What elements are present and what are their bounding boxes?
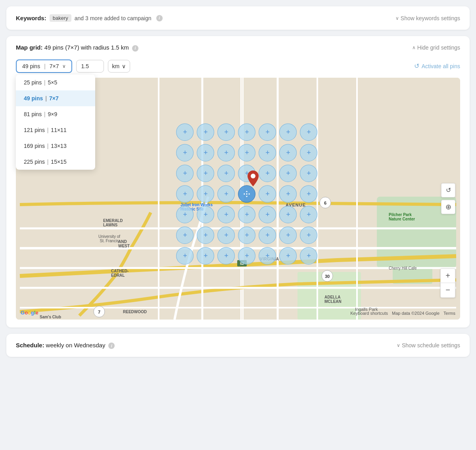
- pin-1-3[interactable]: +: [217, 123, 235, 141]
- map-grid-header: Map grid: 49 pins (7×7) with radius 1.5 …: [16, 44, 460, 52]
- unit-value: km: [112, 63, 120, 69]
- pin-7-2[interactable]: +: [197, 247, 214, 264]
- pin-2-5[interactable]: +: [259, 144, 276, 161]
- pin-6-2[interactable]: +: [197, 226, 214, 244]
- map-grid-card: Map grid: 49 pins (7×7) with radius 1.5 …: [6, 36, 470, 327]
- keyboard-shortcuts-link[interactable]: Keyboard shortcuts: [350, 311, 388, 316]
- pin-2-2[interactable]: +: [197, 144, 214, 161]
- dropdown-item-169[interactable]: 169 pins | 13×13: [16, 138, 95, 154]
- map-grid-title: Map grid: 49 pins (7×7) with radius 1.5 …: [16, 44, 138, 52]
- pins-dropdown-chevron-icon: ∨: [62, 63, 66, 69]
- activate-all-pins-button[interactable]: ↺ Activate all pins: [414, 62, 460, 70]
- pin-5-2[interactable]: +: [197, 206, 214, 223]
- pin-5-7[interactable]: +: [300, 206, 317, 223]
- pins-select-button[interactable]: 49 pins | 7×7 ∨: [16, 59, 72, 73]
- pin-5-3[interactable]: +: [217, 206, 235, 223]
- pin-1-5[interactable]: +: [259, 123, 276, 141]
- pin-3-5[interactable]: +: [259, 165, 276, 182]
- dropdown-item-25[interactable]: 25 pins | 5×5: [16, 75, 95, 90]
- center-marker: [248, 170, 259, 188]
- pin-3-1[interactable]: +: [176, 165, 194, 182]
- dropdown-item-49-label: 49 pins: [24, 95, 43, 101]
- hide-grid-settings-label: Hide grid settings: [417, 44, 460, 51]
- schedule-label: Schedule:: [16, 342, 44, 349]
- show-keywords-settings-button[interactable]: ∨ Show keywords settings: [395, 15, 460, 21]
- pin-4-6[interactable]: +: [279, 185, 297, 203]
- keywords-card: Keywords: bakery and 3 more added to cam…: [6, 6, 470, 30]
- zoom-in-button[interactable]: +: [441, 269, 455, 283]
- separator-pipe: |: [44, 63, 46, 69]
- map-data-text: Map data ©2024 Google: [392, 311, 440, 316]
- dropdown-item-49[interactable]: 49 pins | 7×7: [16, 90, 95, 106]
- pin-3-3[interactable]: +: [217, 165, 235, 182]
- pin-7-6[interactable]: +: [279, 247, 297, 264]
- reset-view-button[interactable]: ↺: [441, 183, 455, 197]
- dropdown-item-25-label: 25 pins: [24, 79, 42, 86]
- keyword-badge: bakery: [50, 14, 71, 22]
- pin-7-4[interactable]: +: [238, 247, 255, 264]
- show-schedule-settings-button[interactable]: ∨ Show schedule settings: [397, 342, 460, 349]
- location-marker-icon: [248, 170, 259, 186]
- pin-2-3[interactable]: +: [217, 144, 235, 161]
- pin-3-6[interactable]: +: [279, 165, 297, 182]
- chevron-down-icon: ∨: [395, 15, 399, 21]
- pin-5-1[interactable]: +: [176, 206, 194, 223]
- pin-1-4[interactable]: +: [238, 123, 255, 141]
- pin-4-3[interactable]: +: [217, 185, 235, 203]
- pin-1-7[interactable]: +: [300, 123, 317, 141]
- keywords-more-text: and 3 more added to campaign: [75, 15, 152, 21]
- schedule-chevron-down-icon: ∨: [397, 343, 400, 348]
- separator: |: [47, 127, 50, 133]
- separator: |: [47, 159, 50, 165]
- dropdown-item-25-grid: 5×5: [48, 79, 58, 86]
- pin-4-4-center[interactable]: [238, 185, 255, 203]
- pin-6-1[interactable]: +: [176, 226, 194, 244]
- pin-1-6[interactable]: +: [279, 123, 297, 141]
- svg-text:7: 7: [98, 310, 100, 314]
- pin-7-5[interactable]: +: [259, 247, 276, 264]
- pin-4-7[interactable]: +: [300, 185, 317, 203]
- show-keywords-settings-label: Show keywords settings: [401, 15, 460, 21]
- pin-6-5[interactable]: +: [259, 226, 276, 244]
- terms-link[interactable]: Terms: [443, 311, 455, 316]
- pin-3-7[interactable]: +: [300, 165, 317, 182]
- pin-6-3[interactable]: +: [217, 226, 235, 244]
- map-settings-button[interactable]: ⊕: [441, 200, 455, 214]
- pin-7-7[interactable]: +: [300, 247, 317, 264]
- dropdown-item-49-grid: 7×7: [49, 95, 59, 101]
- schedule-info-icon: i: [108, 343, 115, 349]
- pin-4-5[interactable]: +: [259, 185, 276, 203]
- svg-text:6: 6: [324, 201, 326, 205]
- dropdown-item-121[interactable]: 121 pins | 11×11: [16, 122, 95, 138]
- pin-2-7[interactable]: +: [300, 144, 317, 161]
- pin-6-7[interactable]: +: [300, 226, 317, 244]
- pin-2-6[interactable]: +: [279, 144, 297, 161]
- pin-1-1[interactable]: +: [176, 123, 194, 141]
- pin-5-4[interactable]: +: [238, 206, 255, 223]
- google-logo: Google: [21, 310, 38, 316]
- pin-3-2[interactable]: +: [197, 165, 214, 182]
- svg-point-27: [251, 174, 255, 178]
- pin-6-6[interactable]: +: [279, 226, 297, 244]
- pin-2-1[interactable]: +: [176, 144, 194, 161]
- pin-6-4[interactable]: +: [238, 226, 255, 244]
- radius-input[interactable]: [76, 60, 104, 73]
- schedule-card: Schedule: weekly on Wednesday i ∨ Show s…: [6, 334, 470, 357]
- dropdown-item-81[interactable]: 81 pins | 9×9: [16, 106, 95, 122]
- unit-select[interactable]: km ∨: [108, 60, 131, 73]
- dropdown-item-225-label: 225 pins: [24, 159, 45, 165]
- pin-7-3[interactable]: +: [217, 247, 235, 264]
- pin-1-2[interactable]: +: [197, 123, 214, 141]
- pin-2-4[interactable]: +: [238, 144, 255, 161]
- hide-grid-settings-button[interactable]: ∧ Hide grid settings: [412, 44, 460, 51]
- pin-4-2[interactable]: +: [197, 185, 214, 203]
- pin-5-5[interactable]: +: [259, 206, 276, 223]
- show-schedule-settings-label: Show schedule settings: [402, 342, 460, 349]
- move-icon: [243, 190, 251, 198]
- activate-all-label: Activate all pins: [422, 63, 460, 69]
- pin-4-1[interactable]: +: [176, 185, 194, 203]
- zoom-out-button[interactable]: −: [441, 283, 455, 297]
- pin-7-1[interactable]: +: [176, 247, 194, 264]
- dropdown-item-225[interactable]: 225 pins | 15×15: [16, 154, 95, 170]
- pin-5-6[interactable]: +: [279, 206, 297, 223]
